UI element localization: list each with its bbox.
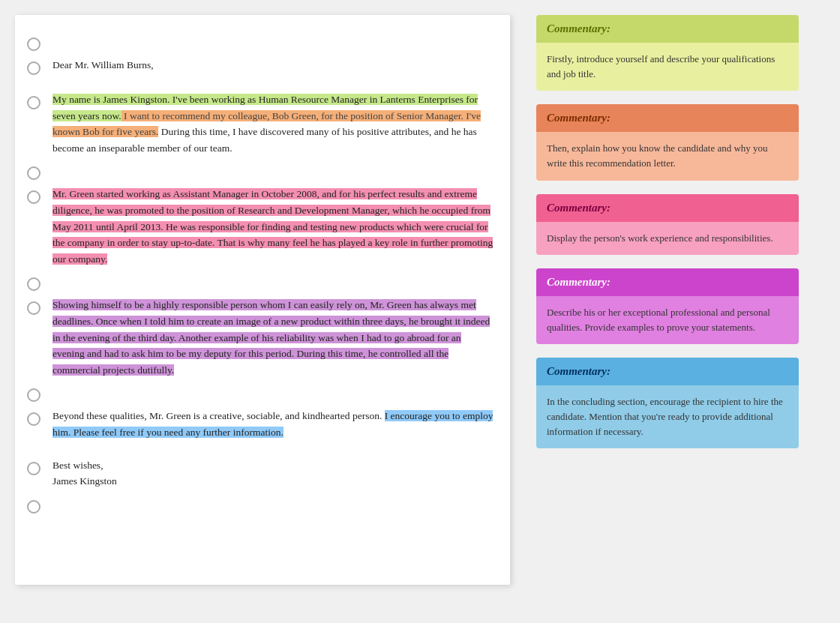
commentary-card-green: Commentary:Firstly, introduce yourself a… [536,15,799,91]
radio-p4[interactable] [27,412,40,426]
commentary-header-green: Commentary: [536,15,799,43]
salutation-text: Dear Mr. William Burns, [52,57,510,73]
radio-empty4[interactable] [27,388,40,402]
signature-text: James Kingston [52,473,495,490]
commentary-card-pink: Commentary:Display the person's work exp… [536,194,799,255]
radio-p2[interactable] [27,190,40,204]
paragraph4-content: Beyond these qualities, Mr. Green is a c… [52,408,510,440]
radio-p3[interactable] [27,301,40,315]
p4-highlight-blue: I encourage you to employ him. Please fe… [52,410,493,438]
commentary-header-orange: Commentary: [536,104,799,132]
radio-p1[interactable] [27,96,40,109]
letter-row-p1: My name is James Kingston. I've been wor… [15,88,510,159]
radio-empty5[interactable] [27,500,40,514]
letter-row-empty2 [15,159,510,183]
letter-card: Dear Mr. William Burns, My name is James… [15,15,510,585]
commentary-card-blue: Commentary:In the concluding section, en… [536,358,799,448]
letter-row-empty1 [15,30,510,54]
letter-row-empty5 [15,493,510,517]
commentary-body-pink: Display the person's work experience and… [536,222,799,255]
p2-highlight-pink: Mr. Green started working as Assistant M… [52,188,493,264]
paragraph1-content: My name is James Kingston. I've been wor… [52,91,510,156]
letter-row-closing: Best wishes, James Kingston [15,454,510,493]
letter-row-p2: Mr. Green started working as Assistant M… [15,183,510,270]
closing-text: Best wishes, [52,457,495,474]
paragraph2-content: Mr. Green started working as Assistant M… [52,186,510,267]
commentary-header-blue: Commentary: [536,358,799,385]
letter-row-salutation: Dear Mr. William Burns, [15,54,510,78]
letter-row-empty3 [15,270,510,294]
commentary-body-orange: Then, explain how you know the candidate… [536,132,799,180]
closing-content: Best wishes, James Kingston [52,457,510,490]
radio-salutation[interactable] [27,61,40,75]
commentary-body-green: Firstly, introduce yourself and describe… [536,43,799,91]
letter-row-empty4 [15,381,510,405]
p3-highlight-purple: Showing himself to be a highly responsib… [52,299,490,375]
commentary-card-magenta: Commentary:Describe his or her exception… [536,268,799,344]
commentary-header-pink: Commentary: [536,194,799,222]
paragraph3-content: Showing himself to be a highly responsib… [52,297,510,378]
letter-row-p3: Showing himself to be a highly responsib… [15,294,510,381]
radio-empty2[interactable] [27,166,40,180]
commentary-body-magenta: Describe his or her exceptional professi… [536,296,799,344]
radio-closing[interactable] [27,462,40,475]
commentary-body-blue: In the concluding section, encourage the… [536,385,799,448]
commentary-card-orange: Commentary:Then, explain how you know th… [536,104,799,180]
left-panel: Dear Mr. William Burns, My name is James… [0,0,525,623]
commentary-header-magenta: Commentary: [536,268,799,296]
radio-empty3[interactable] [27,277,40,291]
letter-row-p4: Beyond these qualities, Mr. Green is a c… [15,405,510,443]
radio-empty1[interactable] [27,37,40,51]
right-panel: Commentary:Firstly, introduce yourself a… [525,0,810,623]
